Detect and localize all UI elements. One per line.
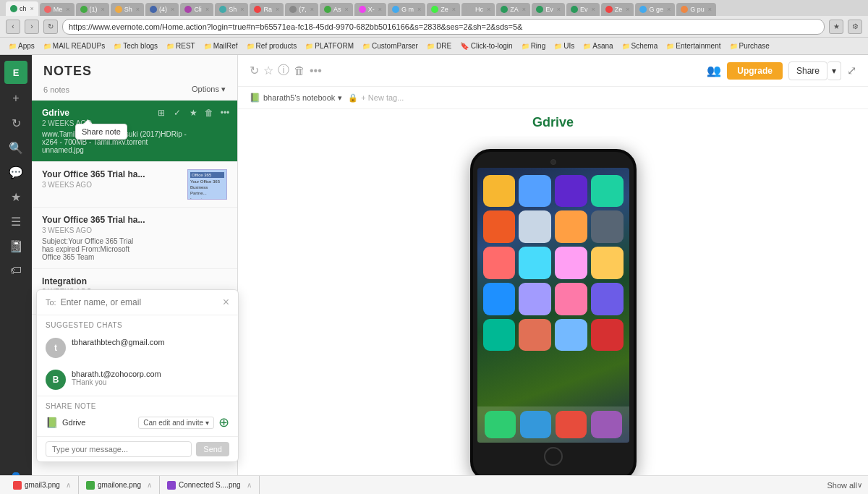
close-dialog-icon[interactable]: ×	[223, 296, 229, 309]
notebooks-icon[interactable]: 📓	[6, 236, 26, 256]
browser-tab[interactable]: Ev×	[532, 3, 565, 16]
note-item-gdrive[interactable]: ⊞ ✓ ★ 🗑 ••• Share note Gdrive 2 WEEKS AG…	[32, 101, 237, 162]
browser-tab-active[interactable]: ch ×	[6, 1, 38, 16]
browser-tab[interactable]: G ge×	[635, 3, 675, 16]
bottom-file-gmailone[interactable]: gmailone.png ∧	[79, 476, 160, 494]
browser-tab[interactable]: G m×	[388, 3, 425, 16]
share-note-tooltip: Share note	[75, 124, 127, 140]
bookmark-customparser[interactable]: 📁CustomParser	[359, 41, 421, 51]
browser-tab[interactable]: Me×	[40, 3, 75, 16]
people-icon[interactable]: 👥	[707, 64, 721, 77]
browser-tab[interactable]: As×	[320, 3, 353, 16]
app-icon	[483, 319, 516, 352]
bookmark-uis[interactable]: 📁UIs	[551, 41, 577, 51]
search-icon[interactable]: 🔍	[6, 137, 26, 158]
more-toolbar-icon[interactable]: •••	[310, 64, 322, 77]
bookmark-entertainment[interactable]: 📁Entertainment	[663, 41, 723, 51]
share-dropdown-button[interactable]: ▾	[827, 61, 841, 80]
bookmark-clicktologin[interactable]: 🔖 Click-to-login	[457, 41, 516, 51]
note-preview-2: x264 - 700MB - Tamil.mkv.torrent	[42, 138, 227, 146]
browser-tab[interactable]: Ze×	[427, 3, 460, 16]
tab-close-icon[interactable]: ×	[30, 5, 34, 12]
tags-icon[interactable]: 🏷	[6, 260, 26, 281]
browser-tab[interactable]: Sh×	[215, 3, 248, 16]
bookmark-dre[interactable]: 📁DRE	[424, 41, 454, 51]
upgrade-button[interactable]: Upgrade	[727, 62, 783, 80]
expand-icon[interactable]: ⤢	[847, 64, 856, 77]
bookmark-mailreadups[interactable]: 📁MAIL READUPs	[41, 41, 108, 51]
star-toolbar-icon[interactable]: ☆	[263, 64, 273, 77]
bookmark-techblogs[interactable]: 📁Tech blogs	[111, 41, 161, 51]
note-item-office2[interactable]: Your Office 365 Trial ha... 3 WEEKS AGO …	[32, 208, 237, 269]
options-button[interactable]: Options ▾	[192, 85, 226, 94]
bookmark-purchase[interactable]: 📁Purchase	[727, 41, 773, 51]
bookmark-button[interactable]: ★	[829, 20, 843, 34]
browser-tab[interactable]: Ra×	[250, 3, 284, 16]
note-preview: www.TamilRockers.pl - Vasuki (2017)HDRip…	[42, 130, 227, 138]
list-icon[interactable]: ☰	[6, 211, 26, 231]
browser-tab[interactable]: Ze×	[601, 3, 634, 16]
browser-tab[interactable]: G pu×	[676, 3, 716, 16]
browser-tab[interactable]: (7,×	[285, 3, 318, 16]
bookmark-apps[interactable]: 📁Apps	[6, 41, 38, 51]
star-icon[interactable]: ★	[6, 187, 26, 207]
note-title: Your Office 365 Trial ha...	[42, 215, 227, 225]
close-file-icon-3[interactable]: ∧	[247, 481, 252, 489]
browser-tab[interactable]: X-×	[354, 3, 386, 16]
star-icon[interactable]: ★	[187, 106, 200, 119]
bookmark-mailref[interactable]: 📁MailRef	[201, 41, 241, 51]
send-button[interactable]: Send	[196, 442, 229, 456]
phone-camera	[550, 159, 556, 165]
file-name-connected: Connected S....png	[179, 481, 241, 489]
message-input[interactable]	[46, 441, 192, 457]
browser-tab[interactable]: Sh×	[111, 3, 144, 16]
new-note-icon[interactable]: +	[6, 88, 26, 108]
browser-tab[interactable]: (1)×	[76, 3, 109, 16]
note-thumbnail: Office 365 Your Office 365 Business Part…	[187, 169, 227, 200]
bookmark-rest[interactable]: 📁REST	[163, 41, 198, 51]
close-file-icon[interactable]: ∧	[66, 481, 71, 489]
note-item-office1[interactable]: Your Office 365 Trial ha... 3 WEEKS AGO …	[32, 162, 237, 208]
refresh-button[interactable]: ↻	[43, 20, 58, 34]
browser-tab[interactable]: Ev×	[566, 3, 600, 16]
move-icon[interactable]: ⊞	[155, 106, 168, 119]
bookmark-refproducts[interactable]: 📁Ref products	[244, 41, 300, 51]
browser-tab[interactable]: Cli×	[180, 3, 213, 16]
browser-tab[interactable]: Hc×	[461, 3, 495, 16]
chat-icon[interactable]: 💬	[6, 162, 26, 182]
bottom-file-connected[interactable]: Connected S....png ∧	[160, 476, 260, 494]
more-icon[interactable]: •••	[218, 106, 231, 119]
chevron-down-icon[interactable]: ∨	[857, 481, 862, 489]
forward-button[interactable]: ›	[25, 20, 39, 34]
share-button[interactable]: Share	[788, 61, 827, 80]
app-logo[interactable]: E	[4, 61, 27, 84]
show-all-button[interactable]: Show all	[827, 481, 857, 490]
permission-dropdown[interactable]: Can edit and invite ▾	[138, 417, 214, 429]
bottom-file-gmail3[interactable]: gmail3.png ∧	[6, 476, 79, 494]
app-icon	[483, 210, 516, 243]
checkmark-icon[interactable]: ✓	[171, 106, 184, 119]
close-file-icon-2[interactable]: ∧	[147, 481, 152, 489]
sync-toolbar-icon[interactable]: ↻	[250, 64, 259, 77]
bookmark-platform[interactable]: 📁PLATFORM	[302, 41, 357, 51]
notebook-selector[interactable]: 📗 bharath5's notebook ▾	[250, 93, 342, 103]
add-share-button[interactable]: ⊕	[218, 414, 229, 430]
bookmark-ring[interactable]: 📁Ring	[519, 41, 549, 51]
chat-item-bharath-zoho[interactable]: B bharath.t@zohocorp.com THank you	[37, 364, 238, 396]
sync-icon[interactable]: ↻	[6, 113, 26, 133]
trash-icon[interactable]: 🗑	[203, 106, 216, 119]
browser-tab[interactable]: ZA×	[496, 3, 530, 16]
back-button[interactable]: ‹	[6, 20, 20, 34]
notebook-share-icon: 📗	[46, 417, 58, 428]
to-input[interactable]	[56, 297, 223, 307]
bookmark-asana[interactable]: 📁Asana	[580, 41, 616, 51]
info-toolbar-icon[interactable]: ⓘ	[278, 63, 289, 78]
new-tag-button[interactable]: 🔒 + New tag...	[348, 93, 404, 103]
extensions-button[interactable]: ⚙	[848, 20, 862, 34]
browser-tab[interactable]: (4)×	[145, 3, 179, 16]
url-bar[interactable]: https://www.evernote.com/Home.action?log…	[62, 19, 825, 35]
trash-toolbar-icon[interactable]: 🗑	[294, 64, 305, 77]
bookmark-schema[interactable]: 📁Schema	[619, 41, 661, 51]
chat-item-tbharath[interactable]: t tbharathbtech@gmail.com	[37, 332, 238, 364]
evernote-logo-icon: E	[8, 64, 24, 80]
